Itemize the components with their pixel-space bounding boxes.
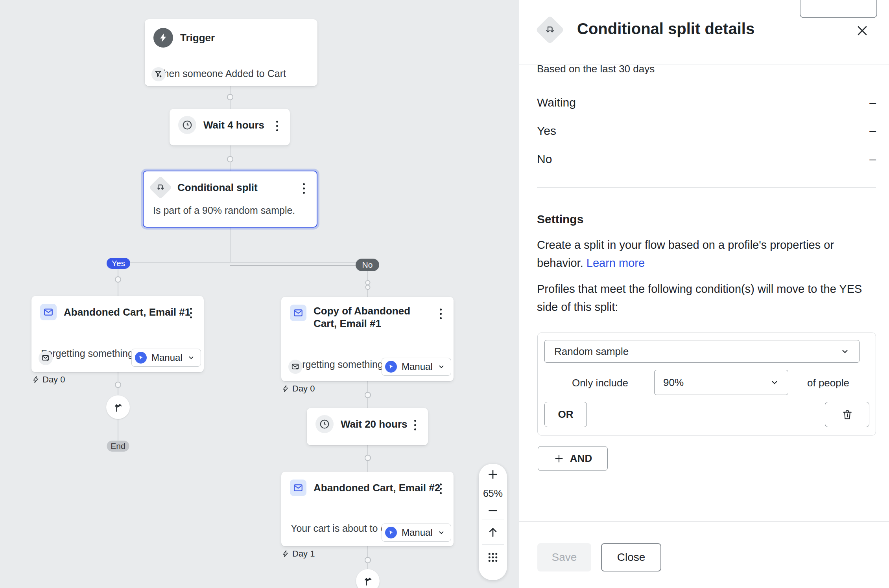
- connector-dot: [365, 557, 371, 563]
- section-divider: [537, 187, 876, 188]
- day-badge: Day 1: [282, 549, 315, 559]
- clock-icon: [178, 116, 196, 134]
- manual-cursor-icon: [385, 527, 397, 538]
- day-badge: Day 0: [282, 384, 315, 394]
- branch-end-label: End: [107, 441, 129, 452]
- flow-builder-screen: Trigger When someone Added to Cart Wait …: [0, 0, 889, 588]
- branch-label-no: No: [356, 259, 379, 271]
- based-on-label: Based on the last 30 days: [537, 63, 655, 75]
- node-description: Is part of a 90% random sample.: [144, 205, 304, 216]
- branch-line-no: [230, 265, 361, 266]
- close-button[interactable]: Close: [601, 543, 661, 571]
- lightning-icon: [282, 385, 289, 392]
- lightning-icon: [32, 376, 39, 383]
- or-button[interactable]: OR: [544, 402, 587, 427]
- email-status-icon: [39, 351, 53, 365]
- stat-row-no: No–: [537, 153, 876, 166]
- trigger-filter-icon: [151, 67, 166, 81]
- node-wait-4-hours[interactable]: Wait 4 hours: [170, 109, 290, 145]
- email-icon: [40, 304, 57, 320]
- close-icon: [856, 24, 869, 37]
- stat-value: –: [869, 153, 876, 166]
- node-title: Wait 20 hours: [341, 418, 408, 430]
- footer-divider: [519, 521, 889, 522]
- panel-title: Conditional split details: [577, 20, 754, 38]
- zoom-in-button[interactable]: [479, 464, 507, 485]
- send-mode-label: Manual: [402, 361, 433, 372]
- email-status-icon: [288, 360, 302, 374]
- send-mode-dropdown[interactable]: Manual: [382, 524, 451, 542]
- condition-intro-text: Profiles that meet the following conditi…: [537, 280, 882, 316]
- learn-more-link[interactable]: Learn more: [587, 257, 645, 269]
- kebab-menu-icon[interactable]: [435, 482, 446, 495]
- delete-condition-button[interactable]: [825, 402, 869, 427]
- connector-dot: [227, 94, 233, 100]
- node-title: Conditional split: [177, 181, 258, 194]
- connector-line: [230, 228, 231, 262]
- kebab-menu-icon[interactable]: [299, 182, 309, 195]
- node-title: Wait 4 hours: [203, 119, 264, 131]
- zoom-out-button[interactable]: [479, 502, 507, 520]
- grid-dots-icon: [487, 551, 499, 563]
- stat-label: Yes: [537, 124, 556, 138]
- stat-label: No: [537, 153, 552, 166]
- chevron-down-icon: [840, 347, 850, 356]
- send-mode-dropdown[interactable]: Manual: [131, 349, 201, 367]
- flow-canvas[interactable]: Trigger When someone Added to Cart Wait …: [0, 0, 519, 588]
- minimap-button[interactable]: [479, 545, 507, 570]
- stat-row-waiting: Waiting–: [537, 96, 876, 109]
- add-and-condition-button[interactable]: AND: [538, 446, 608, 471]
- branch-line-yes: [118, 262, 368, 263]
- plus-icon: [553, 453, 564, 464]
- zoom-level-label: 65%: [483, 485, 503, 502]
- node-conditional-split[interactable]: Conditional split Is part of a 90% rando…: [143, 171, 317, 228]
- branch-split-icon[interactable]: [356, 569, 380, 588]
- node-abandoned-cart-email-1[interactable]: Abandoned Cart, Email #1 Forgetting some…: [31, 296, 204, 372]
- connector-dot: [115, 382, 121, 388]
- lightning-icon: [153, 28, 173, 48]
- percentage-value: 90%: [663, 377, 684, 389]
- condition-box: Random sample Only include 90% of people…: [537, 333, 876, 435]
- chevron-down-icon: [437, 529, 445, 537]
- arrow-up-icon: [487, 526, 499, 538]
- kebab-menu-icon[interactable]: [186, 306, 196, 320]
- of-people-label: of people: [807, 377, 849, 389]
- stat-row-yes: Yes–: [537, 124, 876, 138]
- branch-split-icon[interactable]: [106, 395, 130, 419]
- chevron-down-icon: [437, 363, 445, 371]
- condition-type-select[interactable]: Random sample: [544, 340, 859, 363]
- send-mode-label: Manual: [151, 352, 183, 363]
- node-trigger[interactable]: Trigger When someone Added to Cart: [145, 19, 317, 86]
- node-title: Copy of Abandoned Cart, Email #1: [314, 305, 428, 330]
- day-badge: Day 0: [32, 375, 65, 385]
- connector-dot: [115, 276, 121, 283]
- lightning-icon: [282, 550, 289, 557]
- kebab-menu-icon[interactable]: [272, 119, 282, 132]
- stat-label: Waiting: [537, 96, 576, 109]
- email-icon: [290, 305, 306, 321]
- kebab-menu-icon[interactable]: [410, 418, 420, 432]
- node-wait-20-hours[interactable]: Wait 20 hours: [307, 408, 428, 445]
- conditional-split-icon: [149, 176, 172, 199]
- stat-value: –: [869, 124, 876, 138]
- connector-dot: [227, 156, 233, 162]
- send-mode-dropdown[interactable]: Manual: [382, 358, 451, 376]
- node-title: Trigger: [180, 31, 215, 44]
- chevron-down-icon: [770, 378, 779, 387]
- node-title: Abandoned Cart, Email #2: [314, 481, 440, 494]
- node-copy-abandoned-cart-email-1[interactable]: Copy of Abandoned Cart, Email #1 Forgett…: [281, 297, 454, 381]
- node-abandoned-cart-email-2[interactable]: Abandoned Cart, Email #2 Your cart is ab…: [281, 472, 454, 546]
- connector-dot: [365, 285, 371, 290]
- timeframe-button-cutoff[interactable]: [800, 0, 877, 18]
- send-mode-label: Manual: [402, 527, 433, 538]
- scroll-to-top-button[interactable]: [479, 520, 507, 544]
- percentage-select[interactable]: 90%: [654, 370, 788, 395]
- close-panel-icon[interactable]: [854, 23, 870, 39]
- settings-description: Create a split in your flow based on a p…: [537, 236, 882, 272]
- connector-dot: [365, 455, 371, 461]
- save-button[interactable]: Save: [537, 543, 591, 571]
- kebab-menu-icon[interactable]: [435, 307, 446, 320]
- chevron-down-icon: [187, 354, 195, 362]
- conditional-split-icon: [535, 15, 564, 44]
- branch-label-yes: Yes: [107, 258, 130, 269]
